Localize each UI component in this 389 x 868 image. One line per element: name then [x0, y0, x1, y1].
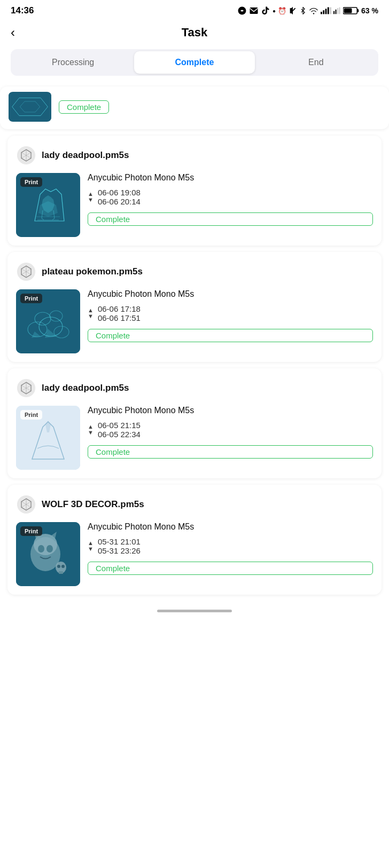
time-end: 05-31 23:26: [98, 546, 141, 555]
printer-name: Anycubic Photon Mono M5s: [88, 522, 373, 532]
status-badge: Complete: [88, 445, 373, 459]
time-end: 06-06 17:51: [98, 313, 141, 322]
svg-point-54: [38, 545, 44, 553]
time-start-row: ▲ ▼ 05-31 21:01 05-31 23:26: [88, 537, 373, 555]
task-body: Print Anycubic Photon Mono M5s ▲ ▼ 06-06…: [16, 289, 373, 353]
task-info: Anycubic Photon Mono M5s ▲ ▼ 06-06 19:08…: [88, 173, 373, 226]
task-header: lady deadpool.pm5s: [16, 378, 373, 398]
signal-icon: [321, 7, 331, 14]
task-card[interactable]: WOLF 3D DECOR.pm5s: [7, 485, 382, 595]
cube-icon: [16, 494, 36, 515]
task-info: Anycubic Photon Mono M5s ▲ ▼ 05-31 21:01…: [88, 522, 373, 575]
svg-rect-6: [328, 7, 329, 14]
svg-rect-5: [325, 9, 327, 14]
email-icon: [249, 6, 259, 15]
task-name: lady deadpool.pm5s: [42, 150, 129, 161]
status-badge: Complete: [88, 212, 373, 226]
task-type-icon: [17, 262, 36, 281]
task-card[interactable]: lady deadpool.pm5s Print Anycubic Photon…: [7, 368, 382, 478]
svg-rect-4: [323, 10, 324, 14]
task-info: Anycubic Photon Mono M5s ▲ ▼ 06-05 21:15…: [88, 406, 373, 459]
task-list: lady deadpool.pm5s Pri: [0, 136, 389, 601]
status-badge: Complete: [88, 329, 373, 342]
wifi-icon: [309, 7, 318, 14]
task-type-icon: [17, 146, 36, 165]
tab-processing[interactable]: Processing: [13, 51, 133, 74]
time-end: 06-06 20:14: [98, 197, 141, 206]
time-arrow-icon: ▲ ▼: [88, 540, 94, 552]
mute-icon: [289, 6, 297, 15]
svg-rect-15: [9, 92, 51, 121]
dot-icon: ●: [273, 8, 276, 14]
svg-rect-10: [337, 8, 338, 14]
task-thumbnail: Print: [16, 406, 80, 470]
task-header: lady deadpool.pm5s: [16, 145, 373, 165]
task-header: plateau pokemon.pm5s: [16, 262, 373, 282]
time-end: 06-05 22:34: [98, 430, 141, 439]
task-body: Print Anycubic Photon Mono M5s ▲ ▼ 05-31…: [16, 522, 373, 586]
partial-thumbnail: [9, 92, 51, 122]
time-start-row: ▲ ▼ 06-06 19:08 06-06 20:14: [88, 188, 373, 206]
print-badge: Print: [20, 177, 42, 187]
battery-percent: 63 %: [361, 6, 378, 15]
msg-icon: [237, 6, 247, 15]
svg-rect-14: [344, 9, 352, 13]
svg-point-55: [46, 545, 53, 553]
task-body: Print Anycubic Photon Mono M5s ▲ ▼ 06-06…: [16, 173, 373, 237]
task-card[interactable]: lady deadpool.pm5s Pri: [7, 136, 382, 246]
task-body: Print Anycubic Photon Mono M5s ▲ ▼ 06-05…: [16, 406, 373, 470]
tiktok-icon: [261, 6, 270, 15]
task-header: WOLF 3D DECOR.pm5s: [16, 494, 373, 515]
svg-point-57: [57, 565, 60, 568]
svg-rect-9: [336, 10, 337, 14]
home-bar: [157, 610, 232, 612]
svg-point-58: [61, 565, 65, 568]
signal2-icon: [333, 7, 341, 14]
alarm-icon: ⏰: [278, 7, 286, 15]
time-arrow-icon: ▲ ▼: [88, 191, 94, 203]
print-badge: Print: [20, 410, 42, 420]
task-thumbnail: Print: [16, 289, 80, 353]
page-title: Task: [182, 26, 208, 40]
status-bar: 14:36 ● ⏰: [0, 0, 389, 19]
task-thumbnail: Print: [16, 522, 80, 586]
task-name: plateau pokemon.pm5s: [42, 266, 143, 277]
time-start: 06-05 21:15: [98, 421, 141, 430]
back-button[interactable]: ‹: [11, 25, 15, 40]
svg-rect-8: [333, 11, 334, 14]
time-start: 05-31 21:01: [98, 537, 141, 546]
svg-rect-7: [330, 7, 331, 14]
svg-rect-11: [339, 7, 340, 14]
task-card[interactable]: plateau pokemon.pm5s P: [7, 252, 382, 362]
status-badge: Complete: [88, 562, 373, 575]
time-start: 06-06 19:08: [98, 188, 141, 197]
task-name: WOLF 3D DECOR.pm5s: [42, 499, 144, 510]
partial-status-badge: Complete: [59, 100, 109, 114]
cube-icon: [16, 378, 36, 398]
printer-name: Anycubic Photon Mono M5s: [88, 173, 373, 183]
tab-complete[interactable]: Complete: [134, 51, 254, 74]
time-start: 06-06 17:18: [98, 304, 141, 313]
header: ‹ Task: [0, 19, 389, 49]
print-badge: Print: [20, 294, 42, 303]
battery-icon: [343, 6, 359, 15]
task-name: lady deadpool.pm5s: [42, 383, 129, 393]
cube-icon: [16, 145, 36, 165]
svg-rect-1: [250, 7, 258, 14]
task-type-icon: [17, 495, 36, 514]
home-indicator: [0, 601, 389, 618]
printer-name: Anycubic Photon Mono M5s: [88, 289, 373, 299]
task-thumbnail: Print: [16, 173, 80, 237]
partial-card: Complete: [0, 86, 389, 129]
bluetooth-icon: [299, 7, 307, 14]
time-start-row: ▲ ▼ 06-05 21:15 06-05 22:34: [88, 421, 373, 439]
svg-rect-3: [321, 12, 322, 14]
status-icons: ● ⏰ 63 %: [237, 6, 378, 15]
tab-end[interactable]: End: [256, 51, 376, 74]
svg-rect-59: [59, 571, 63, 574]
svg-rect-13: [357, 9, 359, 12]
task-info: Anycubic Photon Mono M5s ▲ ▼ 06-06 17:18…: [88, 289, 373, 342]
status-time: 14:36: [11, 5, 34, 16]
partial-thumb-svg: [9, 92, 51, 122]
print-badge: Print: [20, 526, 42, 536]
